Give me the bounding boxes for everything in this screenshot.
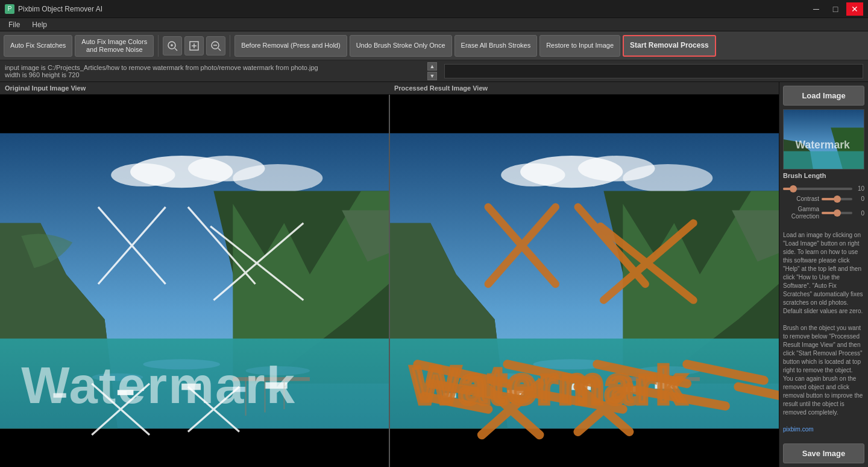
infobar-right-input (444, 64, 863, 78)
scroll-up-button[interactable]: ▲ (427, 62, 437, 71)
save-image-button[interactable]: Save Image (783, 443, 864, 463)
infobar-line1: input image is C:/Projects_Articles/how … (5, 64, 423, 71)
svg-rect-41 (390, 95, 779, 133)
brush-length-track[interactable] (783, 188, 852, 190)
toolbar: Auto Fix Scratches Auto Fix Image Colors… (0, 31, 868, 60)
restore-button[interactable]: Restore to Input Image (539, 35, 620, 57)
titlebar-controls: ─ □ ✕ (808, 2, 863, 16)
zoom-out-button[interactable] (206, 36, 225, 56)
right-panel-header: Processed Result Image View (389, 82, 779, 95)
svg-rect-42 (390, 428, 779, 467)
maximize-button[interactable]: □ (827, 2, 844, 16)
gamma-label: Gamma Correction (783, 206, 819, 220)
app-title: Pixbim Object Remover AI (18, 5, 102, 13)
left-panel-header: Original Input Image View (0, 82, 389, 95)
before-removal-button[interactable]: Before Removal (Press and Hold) (234, 35, 347, 57)
gamma-track[interactable] (822, 212, 852, 214)
menu-file[interactable]: File (2, 19, 26, 30)
gamma-row: Gamma Correction 0 (783, 206, 864, 220)
svg-text:Watermark: Watermark (795, 139, 850, 151)
titlebar-left: P Pixbim Object Remover AI (5, 4, 102, 14)
images-row: Watermark (0, 95, 779, 467)
svg-point-47 (623, 164, 712, 192)
svg-rect-80 (784, 151, 864, 169)
zoom-in-button[interactable] (163, 36, 182, 56)
svg-line-3 (175, 48, 177, 51)
undo-brush-button[interactable]: Undo Brush Stroke Only Once (350, 35, 452, 57)
processed-image: Watermark Watermark (390, 95, 779, 467)
minimize-button[interactable]: ─ (808, 2, 825, 16)
brush-length-row: 10 (783, 185, 864, 192)
infobar: input image is C:/Projects_Articles/how … (0, 60, 868, 82)
zoom-out-icon (210, 40, 221, 51)
sliders-area: 10 Contrast 0 Gamma Correction 0 (779, 180, 868, 229)
gamma-thumb[interactable] (834, 209, 841, 217)
fit-button[interactable] (184, 36, 204, 56)
svg-rect-10 (0, 95, 389, 133)
contrast-row: Contrast 0 (783, 195, 864, 202)
brush-length-title: Brush Length (779, 170, 868, 180)
thumbnail-image: Watermark (784, 110, 864, 169)
titlebar: P Pixbim Object Remover AI ─ □ ✕ (0, 0, 868, 18)
infobar-line2: width is 960 height is 720 (5, 71, 423, 78)
thumbnail-area: Watermark (783, 109, 864, 170)
auto-fix-colors-button[interactable]: Auto Fix Image Colors and Remove Noise (75, 35, 154, 57)
panels-area: Original Input Image View Processed Resu… (0, 82, 779, 467)
scroll-down-button[interactable]: ▼ (427, 72, 437, 80)
infobar-text: input image is C:/Projects_Articles/how … (5, 64, 423, 78)
contrast-track[interactable] (822, 198, 852, 200)
svg-line-9 (218, 48, 221, 51)
help-text: Load an image by clicking on "Load Image… (779, 229, 868, 440)
contrast-value: 0 (855, 195, 864, 202)
brush-length-thumb[interactable] (790, 185, 797, 192)
svg-point-46 (501, 164, 565, 186)
svg-text:Watermark: Watermark (411, 357, 686, 414)
contrast-label: Contrast (783, 195, 819, 202)
menu-help[interactable]: Help (26, 19, 53, 30)
contrast-thumb[interactable] (834, 195, 841, 203)
svg-point-15 (111, 164, 175, 186)
left-image-panel[interactable]: Watermark (0, 95, 389, 467)
infobar-scroll: ▲ ▼ (427, 62, 437, 80)
svg-text:Watermark: Watermark (21, 357, 296, 414)
app-icon: P (5, 4, 14, 14)
menubar: File Help (0, 18, 868, 31)
start-removal-button[interactable]: Start Removal Process (623, 35, 716, 57)
main-content: Original Input Image View Processed Resu… (0, 82, 868, 467)
pixbim-link[interactable]: pixbim.com (783, 426, 814, 433)
toolbar-separator-2 (230, 35, 230, 57)
close-button[interactable]: ✕ (846, 2, 863, 16)
original-image: Watermark (0, 95, 389, 467)
auto-fix-scratches-button[interactable]: Auto Fix Scratches (4, 35, 72, 57)
erase-all-button[interactable]: Erase All Brush Strokes (454, 35, 538, 57)
right-sidebar: Load Image Watermark Brush Length (779, 82, 868, 467)
zoom-in-icon (167, 40, 178, 51)
right-image-panel[interactable]: Watermark Watermark (389, 95, 779, 467)
gamma-value: 0 (855, 210, 864, 217)
brush-length-value: 10 (855, 185, 864, 192)
svg-point-16 (233, 164, 322, 192)
load-image-button[interactable]: Load Image (783, 86, 864, 106)
panel-headers: Original Input Image View Processed Resu… (0, 82, 779, 95)
toolbar-separator-1 (158, 35, 159, 57)
svg-rect-11 (0, 428, 389, 467)
fit-icon (189, 40, 200, 51)
